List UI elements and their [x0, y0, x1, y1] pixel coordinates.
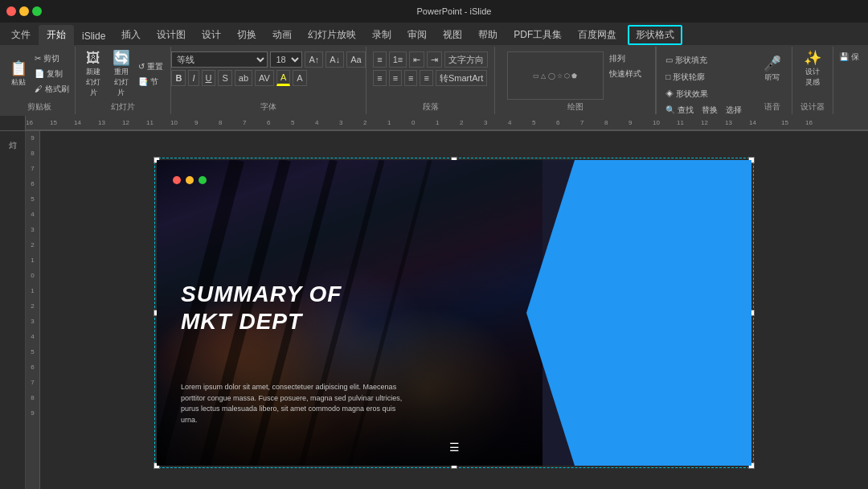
minimize-button[interactable] [19, 6, 29, 16]
tab-record[interactable]: 录制 [364, 25, 399, 45]
tab-transition[interactable]: 切换 [229, 25, 264, 45]
shadow-button[interactable]: ab [235, 70, 252, 86]
tab-design[interactable]: 设计 [194, 25, 229, 45]
ribbon-tabs: 文件 开始 iSlide 插入 设计图 设计 切换 动画 幻灯片放映 录制 审阅… [0, 23, 868, 45]
slide-body-text: Lorem ipsum dolor sit amet, consectetuer… [181, 382, 406, 425]
ruler-horizontal: 16 15 14 13 12 11 10 9 8 7 6 5 4 3 2 1 0… [0, 116, 868, 130]
decrease-indent-button[interactable]: ⇤ [409, 51, 424, 68]
find-button[interactable]: 🔍 查找 [663, 103, 696, 116]
tab-baidu[interactable]: 百度网盘 [570, 25, 624, 45]
ruler-vertical: 987 654 321 012 345 678 9 [26, 131, 40, 489]
text-highlight-button[interactable]: A [293, 70, 306, 86]
group-paragraph: ≡ 1≡ ⇤ ⇥ 文字方向 ≡ ≡ ≡ ≡ 转SmartArt 段落 [366, 47, 495, 114]
paste-button[interactable]: 📋 粘贴 [6, 53, 31, 95]
group-slides: 🖼 新建幻灯片 🔄 重用幻灯片 ↺ 重置 📑 节 幻灯片 [76, 47, 171, 114]
font-size-select[interactable]: 18 [270, 51, 302, 68]
section-button[interactable]: 📑 节 [136, 75, 166, 89]
tab-pdf[interactable]: PDF工具集 [506, 25, 570, 45]
cut-button[interactable]: ✂ 剪切 [32, 51, 72, 66]
tab-animation[interactable]: 动画 [264, 25, 300, 45]
slide-body: Lorem ipsum dolor sit amet, consectetuer… [181, 382, 406, 425]
ribbon: 文件 开始 iSlide 插入 设计图 设计 切换 动画 幻灯片放映 录制 审阅… [0, 23, 868, 131]
slides-label: 幻灯片 [111, 100, 135, 113]
slide[interactable]: SUMMARY OF MKT DEPT Lorem ipsum dolor si… [157, 160, 751, 466]
reuse-slide-button[interactable]: 🔄 重用幻灯片 [108, 53, 135, 95]
designer-button[interactable]: ✨ 设计灵感 [800, 48, 825, 90]
align-center-button[interactable]: ≡ [389, 70, 402, 86]
group-drawing: ▭ △ ◯ ☆ ⬡ ⬟ 排列 快速样式 绘图 [495, 47, 656, 114]
font-color-button[interactable]: A [276, 70, 290, 86]
bullets-button[interactable]: ≡ [373, 51, 386, 68]
maximize-button[interactable] [32, 6, 42, 16]
font-controls: 等线 18 A↑ A↓ Aa B I U S ab AV A [171, 48, 365, 86]
save-button[interactable]: 💾 保 [837, 50, 862, 64]
ruler-main: 16 15 14 13 12 11 10 9 8 7 6 5 4 3 2 1 0… [26, 116, 868, 130]
convert-smartart-button[interactable]: 转SmartArt [436, 70, 487, 86]
italic-button[interactable]: I [188, 70, 199, 86]
slide-col: ↺ 重置 📑 节 [136, 60, 166, 89]
slide-title: SUMMARY OF MKT DEPT [181, 281, 342, 335]
decrease-font-button[interactable]: A↓ [326, 51, 344, 68]
slide-title-line1: SUMMARY OF [181, 281, 342, 306]
slides-buttons: 🖼 新建幻灯片 🔄 重用幻灯片 ↺ 重置 📑 节 [80, 48, 166, 100]
drawing-controls: ▭ △ ◯ ☆ ⬡ ⬟ 排列 快速样式 [507, 48, 644, 100]
close-button[interactable] [6, 6, 16, 16]
font-family-select[interactable]: 等线 [171, 51, 268, 68]
mic-icon: 🎤 [764, 56, 781, 71]
tab-islide[interactable]: iSlide [74, 27, 113, 45]
group-shape-format: ▭ 形状填充 □ 形状轮廓 ◈ 形状效果 🔍 查找 替换 选择 编辑 [656, 47, 752, 114]
dot-3 [199, 176, 207, 184]
shape-format-controls: ▭ 形状填充 □ 形状轮廓 ◈ 形状效果 [663, 50, 746, 101]
strikethrough-button[interactable]: S [218, 70, 231, 86]
tab-help[interactable]: 帮助 [470, 25, 506, 45]
align-left-button[interactable]: ≡ [373, 70, 386, 86]
shape-fill-button[interactable]: ▭ 形状填充 [663, 53, 746, 68]
new-slide-button[interactable]: 🖼 新建幻灯片 [80, 53, 107, 95]
reset-button[interactable]: ↺ 重置 [136, 60, 166, 74]
drawing-label: 绘图 [567, 100, 583, 113]
dot-2 [186, 176, 194, 184]
para-row-1: ≡ 1≡ ⇤ ⇥ 文字方向 [373, 51, 488, 68]
window-controls[interactable] [6, 6, 42, 16]
listen-button[interactable]: 🎤 听写 [760, 48, 784, 90]
tab-slideshow[interactable]: 幻灯片放映 [300, 25, 364, 45]
shapes-panel[interactable]: ▭ △ ◯ ☆ ⬡ ⬟ [507, 51, 604, 100]
para-controls: ≡ 1≡ ⇤ ⇥ 文字方向 ≡ ≡ ≡ ≡ 转SmartArt [373, 48, 488, 86]
bold-button[interactable]: B [171, 70, 186, 86]
tab-shape-format[interactable]: 形状格式 [628, 25, 682, 45]
slide-dots [173, 176, 207, 184]
copy-button[interactable]: 📄 复制 [32, 67, 72, 81]
clipboard-label: 剪贴板 [27, 100, 51, 113]
numbering-button[interactable]: 1≡ [389, 51, 407, 68]
tab-review[interactable]: 审阅 [399, 25, 435, 45]
shape-effect-button[interactable]: ◈ 形状效果 [663, 87, 746, 101]
tab-view[interactable]: 视图 [435, 25, 470, 45]
menu-icon: ☰ [449, 441, 460, 454]
underline-button[interactable]: U [202, 70, 216, 86]
format-painter-button[interactable]: 🖌 格式刷 [32, 82, 72, 97]
tab-design-draw[interactable]: 设计图 [149, 25, 194, 45]
clipboard-buttons: 📋 粘贴 ✂ 剪切 📄 复制 🖌 格式刷 [6, 48, 72, 100]
increase-indent-button[interactable]: ⇥ [427, 51, 442, 68]
group-save: 💾 保 [833, 47, 865, 114]
select-button[interactable]: 选择 [723, 103, 744, 116]
tab-home[interactable]: 开始 [39, 25, 74, 45]
group-font: 等线 18 A↑ A↓ Aa B I U S ab AV A [171, 47, 366, 114]
replace-button[interactable]: 替换 [699, 103, 720, 116]
shape-outline-button[interactable]: □ 形状轮廓 [663, 70, 746, 84]
designer-label: 设计器 [800, 100, 825, 113]
canvas-area: SUMMARY OF MKT DEPT Lorem ipsum dolor si… [40, 131, 868, 489]
tab-insert[interactable]: 插入 [113, 25, 149, 45]
clear-format-button[interactable]: Aa [346, 51, 365, 68]
quick-style-button[interactable]: 快速样式 [607, 67, 644, 81]
ruler-marks: 16 15 14 13 12 11 10 9 8 7 6 5 4 3 2 1 0… [26, 116, 868, 129]
justify-button[interactable]: ≡ [420, 70, 432, 86]
clipboard-col: ✂ 剪切 📄 复制 🖌 格式刷 [32, 51, 72, 97]
align-right-button[interactable]: ≡ [404, 70, 417, 86]
arrange-button[interactable]: 排列 [607, 51, 644, 66]
increase-font-button[interactable]: A↑ [305, 51, 323, 68]
text-direction-button[interactable]: 文字方向 [444, 51, 488, 68]
char-spacing-button[interactable]: AV [255, 70, 274, 86]
tab-file[interactable]: 文件 [3, 25, 39, 45]
main-area: 幻灯片 987 654 321 012 345 678 9 [0, 131, 868, 489]
